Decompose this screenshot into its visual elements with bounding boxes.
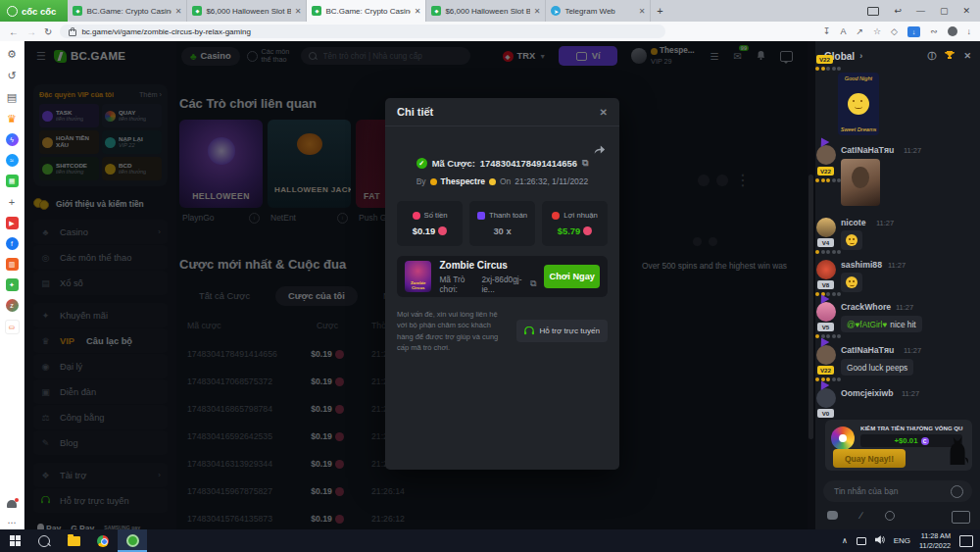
- gif-keyboard-icon[interactable]: [952, 511, 970, 524]
- shop-cart-icon[interactable]: ⛀: [5, 320, 20, 334]
- avatar[interactable]: [816, 388, 836, 408]
- tab-halloween-1[interactable]: ◆ $6,000 Halloween Slot Battl ✕: [187, 0, 307, 22]
- player-name[interactable]: Thespectre: [441, 176, 485, 186]
- new-tab-button[interactable]: +: [651, 5, 668, 17]
- browser-titlebar: cốc cốc ◆ BC.Game: Crypto Casino Gan ✕ ◆…: [0, 0, 980, 22]
- chat-message[interactable]: Good luck peeps: [841, 359, 913, 376]
- share-icon[interactable]: ↗: [856, 26, 863, 36]
- share-bet-icon[interactable]: [593, 141, 606, 159]
- tab-bcgame-2-active[interactable]: ◆ BC.Game: Crypto Casino Gan ✕: [307, 0, 426, 22]
- messenger-icon[interactable]: ϟ: [6, 133, 19, 146]
- cast-icon[interactable]: [867, 7, 879, 16]
- vip-crown-icon[interactable]: ♛: [5, 112, 19, 125]
- photo-message[interactable]: [841, 159, 880, 206]
- vip-badge: V5: [817, 323, 834, 331]
- avatar[interactable]: [816, 218, 836, 237]
- bcd-coin-icon: C: [921, 437, 929, 445]
- bcgame-page: ☰ BC.GAME Đặc quyền VIP của tôi Thêm › T…: [24, 41, 980, 529]
- chat-close-icon[interactable]: ✕: [963, 51, 971, 61]
- tab-halloween-2[interactable]: ◆ $6,000 Halloween Slot Battl ✕: [426, 0, 546, 22]
- save-page-icon[interactable]: ↧: [823, 26, 831, 36]
- shop-bag-icon[interactable]: ▥: [6, 258, 19, 271]
- action-center-icon[interactable]: [959, 535, 973, 547]
- settings-gear-icon[interactable]: ⚙: [5, 47, 19, 61]
- live-support-button[interactable]: Hỗ trợ trực tuyến: [516, 320, 608, 342]
- sticker-message[interactable]: Good Night Sweet Dreams: [838, 73, 879, 135]
- youtube-icon[interactable]: ▶: [6, 217, 19, 229]
- modal-close-icon[interactable]: ✕: [600, 107, 608, 118]
- game-thumbnail[interactable]: Zombie Circus: [405, 261, 431, 292]
- spin-now-button[interactable]: Quay Ngay!!: [833, 449, 906, 468]
- avatar[interactable]: [816, 145, 836, 165]
- chevron-right-icon: ›: [859, 51, 862, 61]
- start-button[interactable]: [0, 529, 29, 552]
- bookmark-star-icon[interactable]: ☆: [873, 26, 881, 36]
- downloads-tray-icon[interactable]: ↓: [967, 26, 972, 36]
- network-icon[interactable]: [857, 537, 866, 545]
- adblock-shield-icon[interactable]: ◇: [891, 26, 898, 36]
- vip-badge: V22: [816, 55, 833, 64]
- download-manager-icon[interactable]: ↓: [907, 26, 920, 37]
- emoji-message[interactable]: [841, 230, 862, 250]
- more-icon[interactable]: ⋯: [5, 516, 19, 529]
- close-button[interactable]: ✕: [962, 6, 970, 16]
- slash-command-icon[interactable]: ∕: [860, 510, 862, 521]
- clock[interactable]: 11:28 AM 11/2/2022: [919, 531, 951, 550]
- add-shortcut-icon[interactable]: +: [5, 195, 19, 209]
- history-clock-icon[interactable]: ↺: [5, 69, 19, 82]
- coccoc-brand[interactable]: cốc cốc: [0, 0, 68, 22]
- reading-list-icon[interactable]: ▤: [5, 90, 19, 104]
- back-button[interactable]: ←: [9, 26, 19, 37]
- minimize-button[interactable]: —: [916, 6, 925, 16]
- tab-close-icon[interactable]: ✕: [534, 7, 541, 16]
- chat-info-icon[interactable]: ⓘ: [927, 50, 936, 63]
- chat-message[interactable]: @♥fAtGirl♥ nice hit: [841, 316, 922, 332]
- taskbar-search-icon[interactable]: [29, 529, 59, 552]
- chat-panel: Global › ⓘ ✕ V22 Good Night Sweet Dreams: [815, 41, 980, 529]
- tab-close-icon[interactable]: ✕: [415, 7, 421, 16]
- notifications-bell-icon[interactable]: [7, 500, 17, 508]
- file-explorer-icon[interactable]: [59, 529, 88, 552]
- coinflip-icon[interactable]: [885, 511, 895, 521]
- emoji-picker-icon[interactable]: [951, 485, 963, 498]
- tab-close-icon[interactable]: ✕: [175, 7, 182, 16]
- reload-button[interactable]: ↻: [44, 26, 52, 37]
- profile-avatar[interactable]: [948, 26, 957, 36]
- games-icon[interactable]: ▦: [6, 175, 19, 187]
- translate-icon[interactable]: A: [840, 26, 846, 36]
- maximize-button[interactable]: ▢: [940, 6, 949, 16]
- avatar[interactable]: [816, 260, 836, 279]
- hidden-icons-chevron[interactable]: ∧: [842, 536, 848, 545]
- gift-icon[interactable]: ✦: [6, 278, 19, 291]
- url-text: bc.game/vi/game/zombie-circus-by-relax-g…: [81, 27, 251, 36]
- screen: cốc cốc ◆ BC.Game: Crypto Casino Gan ✕ ◆…: [0, 0, 980, 552]
- copy-icon[interactable]: ⧉: [530, 278, 536, 289]
- chrome-icon[interactable]: [88, 529, 118, 552]
- vpn-icon[interactable]: ∾: [930, 26, 938, 36]
- session-restore-icon[interactable]: ↩: [894, 6, 902, 16]
- play-now-button[interactable]: Chơi Ngay: [544, 265, 600, 288]
- trophy-icon[interactable]: [945, 50, 955, 62]
- coccoc-taskbar-icon[interactable]: [118, 529, 147, 552]
- tab-telegram[interactable]: ➤ Telegram Web ✕: [546, 0, 651, 22]
- language-indicator[interactable]: ENG: [894, 536, 910, 545]
- tab-close-icon[interactable]: ✕: [295, 7, 302, 16]
- forward-button[interactable]: →: [26, 26, 36, 37]
- url-field[interactable]: bc.game/vi/game/zombie-circus-by-relax-g…: [60, 25, 665, 38]
- volume-icon[interactable]: [875, 535, 885, 546]
- coccoc-feed-icon[interactable]: ≈: [6, 154, 19, 167]
- fist-bump-icon[interactable]: [827, 511, 838, 520]
- avatar[interactable]: [816, 302, 836, 322]
- tab-close-icon[interactable]: ✕: [639, 7, 646, 16]
- browser-sidebar: ⚙ ↺ ▤ ♛ ϟ ≈ ▦ + ▶ f ▥ ✦ z ⛀ ⋯: [0, 41, 24, 529]
- chat-message-input[interactable]: [832, 485, 945, 497]
- tab-bcgame-1[interactable]: ◆ BC.Game: Crypto Casino Gan ✕: [68, 0, 187, 22]
- copy-icon[interactable]: ⧉: [582, 158, 588, 169]
- emoji-message[interactable]: [841, 273, 862, 292]
- game-name: Zombie Circus: [439, 260, 536, 271]
- avatar[interactable]: [816, 345, 836, 365]
- chat-input[interactable]: [823, 480, 972, 502]
- facebook-icon[interactable]: f: [6, 237, 19, 250]
- bet-id-value: 1748304178491414656: [480, 158, 577, 169]
- zalo-icon[interactable]: z: [6, 299, 19, 312]
